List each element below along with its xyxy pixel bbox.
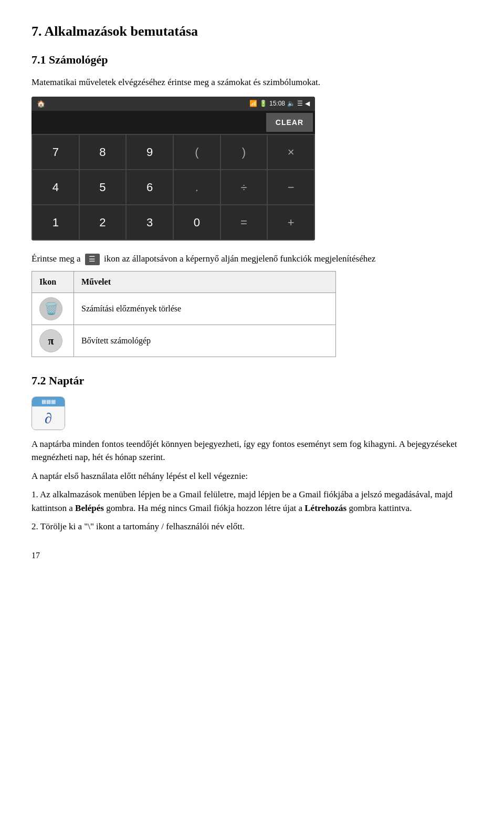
section-calculator: 7.1 Számológép Matematikai műveletek elv… [32,51,472,357]
key-equals[interactable]: = [221,205,267,239]
wifi-icon: 📶 [249,99,257,108]
key-dot[interactable]: . [174,170,220,204]
table-row: 🗑️ Számítási előzmények törlése [32,293,336,325]
page-number: 17 [32,549,472,562]
menu-icon: ☰ [297,99,303,108]
key-1[interactable]: 1 [33,205,79,239]
key-open-paren[interactable]: ( [174,135,220,169]
key-close-paren[interactable]: ) [221,135,267,169]
intro-text: Matematikai műveletek elvégzéséhez érint… [32,76,472,89]
section1-title: 7.1 Számológép [32,51,472,68]
key-plus[interactable]: + [268,205,314,239]
key-8[interactable]: 8 [80,135,126,169]
clear-button[interactable]: CLEAR [266,113,313,132]
table-header-row: Ikon Művelet [32,271,336,293]
key-6[interactable]: 6 [127,170,173,204]
volume-icon: 🔈 [287,99,295,108]
menu-icon-inline: ☰ [85,254,100,265]
calculator-display-row: CLEAR [32,111,315,134]
belépés-label: Belépés [75,503,104,513]
time-display: 15:08 [269,99,285,108]
key-multiply[interactable]: × [268,135,314,169]
status-bar: 🏠 📶 🔋 15:08 🔈 ☰ ◀ [32,97,315,111]
calendar-month-label: ▦▦▦ [41,398,56,405]
calendar-icon-bottom: ∂ [32,406,65,430]
table-action-cell-1: Számítási előzmények törlése [74,293,336,325]
statusbar-right: 📶 🔋 15:08 🔈 ☰ ◀ [249,99,310,108]
table-row: π Bővített számológép [32,325,336,357]
pi-icon: π [39,329,62,352]
step1c-text: gombra kattintva. [349,503,412,513]
table-icon-cell-1: 🗑️ [32,293,74,325]
calculator-screenshot: 🏠 📶 🔋 15:08 🔈 ☰ ◀ CLEAR 7 8 9 ( ) × 4 [32,97,315,241]
col-action-header: Művelet [74,271,336,293]
key-5[interactable]: 5 [80,170,126,204]
calendar-icon: ▦▦▦ ∂ [32,396,65,430]
key-9[interactable]: 9 [127,135,173,169]
létrehozás-label: Létrehozás [304,503,346,513]
icon-text-after: ikon az állapotsávon a képernyő alján me… [104,254,375,264]
step1b-text: gombra. Ha még nincs Gmail fiókja hozzon… [106,503,302,513]
back-icon: ◀ [305,99,310,108]
table-action-cell-2: Bővített számológép [74,325,336,357]
calendar-text2: A naptár első használata előtt néhány lé… [32,469,472,483]
key-4[interactable]: 4 [33,170,79,204]
section2-title: 7.2 Naptár [32,372,472,389]
col-icon-header: Ikon [32,271,74,293]
statusbar-left: 🏠 [37,99,45,109]
table-icon-cell-2: π [32,325,74,357]
battery-icon: 🔋 [259,99,267,108]
key-0[interactable]: 0 [174,205,220,239]
calendar-text1: A naptárba minden fontos teendőjét könny… [32,437,472,464]
icon-description-text: Érintse meg a ☰ ikon az állapotsávon a k… [32,252,472,266]
feature-table: Ikon Művelet 🗑️ Számítási előzmények tör… [32,271,336,357]
icon-text-before: Érintse meg a [32,254,80,264]
calendar-icon-top: ▦▦▦ [32,397,65,406]
key-divide[interactable]: ÷ [221,170,267,204]
calendar-step1: 1. Az alkalmazások menüben lépjen be a G… [32,488,472,515]
trash-icon: 🗑️ [39,297,62,320]
calendar-step2: 2. Törölje ki a "\" ikont a tartomány / … [32,520,472,534]
key-7[interactable]: 7 [33,135,79,169]
chapter-title: 7. Alkalmazások bemutatása [32,21,472,41]
calendar-script-icon: ∂ [45,408,52,430]
key-minus[interactable]: − [268,170,314,204]
key-2[interactable]: 2 [80,205,126,239]
section-calendar: 7.2 Naptár ▦▦▦ ∂ A naptárba minden fonto… [32,372,472,534]
calculator-keypad: 7 8 9 ( ) × 4 5 6 . ÷ − 1 2 3 0 = + [32,134,315,241]
key-3[interactable]: 3 [127,205,173,239]
home-icon: 🏠 [37,99,45,109]
